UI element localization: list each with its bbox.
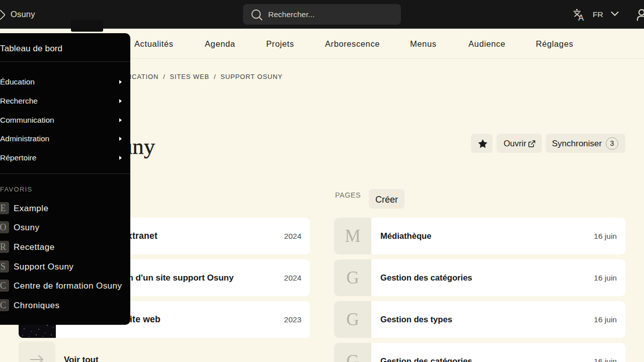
svg-text:A: A — [578, 13, 584, 22]
